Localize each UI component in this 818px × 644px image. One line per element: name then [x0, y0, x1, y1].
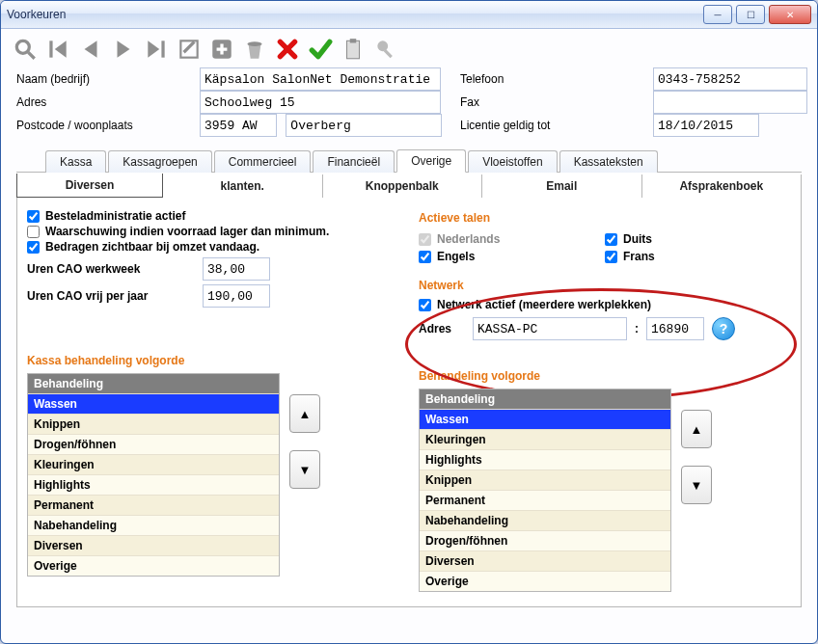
- behandeling-volgorde-title: Behandeling volgorde: [419, 369, 791, 383]
- list-item[interactable]: Drogen/föhnen: [420, 530, 670, 550]
- uren-week-input[interactable]: [203, 257, 270, 281]
- licence-input[interactable]: [653, 114, 759, 137]
- list-item[interactable]: Knippen: [420, 470, 670, 490]
- city-input[interactable]: [286, 114, 442, 137]
- last-icon[interactable]: [142, 35, 171, 64]
- svg-line-1: [28, 52, 35, 59]
- lock-icon[interactable]: [371, 35, 400, 64]
- new-icon[interactable]: [207, 35, 236, 64]
- list-item[interactable]: Nabehandeling: [28, 515, 279, 535]
- svg-point-12: [247, 41, 261, 46]
- list-item[interactable]: Nabehandeling: [420, 510, 670, 530]
- list-item[interactable]: Overige: [420, 571, 670, 591]
- cancel-icon[interactable]: [273, 35, 302, 64]
- svg-rect-7: [161, 40, 164, 57]
- chk-bestel[interactable]: [27, 210, 40, 223]
- svg-rect-2: [49, 40, 52, 57]
- kassa-volgorde-title: Kassa behandeling volgorde: [27, 354, 399, 367]
- behandeling-list-header: Behandeling: [420, 389, 670, 409]
- subtab-email[interactable]: Email: [482, 174, 642, 198]
- uren-week-label: Uren CAO werkweek: [27, 262, 191, 276]
- list-item[interactable]: Diversen: [28, 535, 279, 555]
- lbl-network: Netwerk actief (meerdere werkplekken): [437, 298, 651, 311]
- list-item[interactable]: Diversen: [420, 550, 670, 571]
- first-icon[interactable]: [43, 35, 72, 64]
- main-tabs: Kassa Kassagroepen Commercieel Financieë…: [16, 148, 802, 173]
- minimize-button[interactable]: ─: [703, 5, 732, 24]
- behandeling-volgorde-list[interactable]: Behandeling Wassen Kleuringen Highlights…: [419, 389, 671, 592]
- close-button[interactable]: ✕: [769, 5, 811, 24]
- svg-point-0: [16, 40, 29, 53]
- phone-input[interactable]: [653, 67, 807, 91]
- chk-waarschuwing[interactable]: [27, 226, 40, 238]
- move-down-button[interactable]: ▼: [289, 450, 320, 489]
- confirm-icon[interactable]: [306, 35, 335, 64]
- net-addr-input[interactable]: [473, 317, 627, 340]
- trash-icon[interactable]: [240, 35, 269, 64]
- uren-jaar-input[interactable]: [203, 284, 270, 308]
- move-up-button-b[interactable]: ▲: [681, 410, 712, 448]
- chk-nl: [419, 233, 431, 246]
- next-icon[interactable]: [109, 35, 138, 64]
- kassa-volgorde-list[interactable]: Behandeling Wassen Knippen Drogen/föhnen…: [27, 373, 280, 577]
- list-item[interactable]: Overige: [28, 555, 279, 576]
- languages-title: Actieve talen: [419, 211, 791, 225]
- list-item[interactable]: Wassen: [420, 409, 670, 429]
- svg-marker-3: [55, 40, 67, 57]
- fax-input[interactable]: [653, 91, 807, 114]
- lbl-nl: Nederlands: [437, 232, 500, 246]
- name-label: Naam (bedrijf): [16, 72, 190, 86]
- licence-label: Licentie geldig tot: [460, 119, 643, 132]
- tab-kassateksten[interactable]: Kassateksten: [559, 150, 658, 173]
- tab-kassa[interactable]: Kassa: [45, 150, 106, 173]
- list-item[interactable]: Highlights: [28, 474, 279, 495]
- list-item[interactable]: Knippen: [28, 414, 279, 434]
- list-item[interactable]: Kleuringen: [420, 429, 670, 449]
- postal-label: Postcode / woonplaats: [16, 119, 190, 132]
- move-down-button-b[interactable]: ▼: [681, 466, 712, 504]
- svg-marker-4: [85, 40, 97, 57]
- company-name-input[interactable]: [200, 67, 441, 91]
- list-item[interactable]: Wassen: [28, 393, 279, 414]
- list-item[interactable]: Permanent: [420, 490, 670, 510]
- toolbar: [1, 29, 817, 64]
- svg-rect-15: [347, 40, 360, 58]
- lbl-bestel: Besteladministratie actief: [45, 209, 185, 223]
- tab-financieel[interactable]: Financieël: [313, 150, 395, 173]
- lbl-fr: Frans: [623, 250, 655, 263]
- tab-kassagroepen[interactable]: Kassagroepen: [108, 150, 211, 173]
- subtab-afsprakenboek[interactable]: Afsprakenboek: [642, 174, 803, 198]
- subtab-klanten[interactable]: klanten.: [163, 174, 323, 198]
- addr-input[interactable]: [200, 91, 441, 114]
- edit-icon[interactable]: [175, 35, 204, 64]
- window-title: Voorkeuren: [7, 8, 699, 21]
- postal-input[interactable]: [200, 114, 277, 137]
- maximize-button[interactable]: ☐: [736, 5, 765, 24]
- search-icon[interactable]: [11, 35, 40, 64]
- subtab-diversen[interactable]: Diversen: [16, 174, 163, 198]
- lbl-bedragen: Bedragen zichtbaar bij omzet vandaag.: [45, 240, 259, 254]
- list-item[interactable]: Highlights: [420, 449, 670, 470]
- tab-commercieel[interactable]: Commercieel: [214, 150, 312, 173]
- chk-bedragen[interactable]: [27, 241, 40, 254]
- move-up-button[interactable]: ▲: [289, 394, 320, 433]
- tab-overige[interactable]: Overige: [396, 149, 466, 173]
- prev-icon[interactable]: [76, 35, 105, 64]
- clipboard-icon[interactable]: [339, 35, 368, 64]
- network-title: Netwerk: [419, 279, 791, 292]
- phone-label: Telefoon: [460, 72, 643, 86]
- list-item[interactable]: Permanent: [28, 495, 279, 515]
- tab-vloeistoffen[interactable]: Vloeistoffen: [468, 150, 558, 173]
- list-item[interactable]: Drogen/föhnen: [28, 434, 279, 454]
- net-port-input[interactable]: [646, 317, 704, 340]
- subtab-knoppenbalk[interactable]: Knoppenbalk: [323, 174, 483, 198]
- list-item[interactable]: Kleuringen: [28, 454, 279, 474]
- help-icon[interactable]: ?: [712, 317, 735, 340]
- chk-fr[interactable]: [605, 251, 617, 263]
- addr-label: Adres: [16, 95, 190, 109]
- svg-marker-6: [148, 40, 159, 57]
- chk-de[interactable]: [605, 233, 617, 246]
- chk-en[interactable]: [419, 251, 431, 263]
- chk-network[interactable]: [419, 299, 431, 311]
- lbl-de: Duits: [623, 232, 652, 246]
